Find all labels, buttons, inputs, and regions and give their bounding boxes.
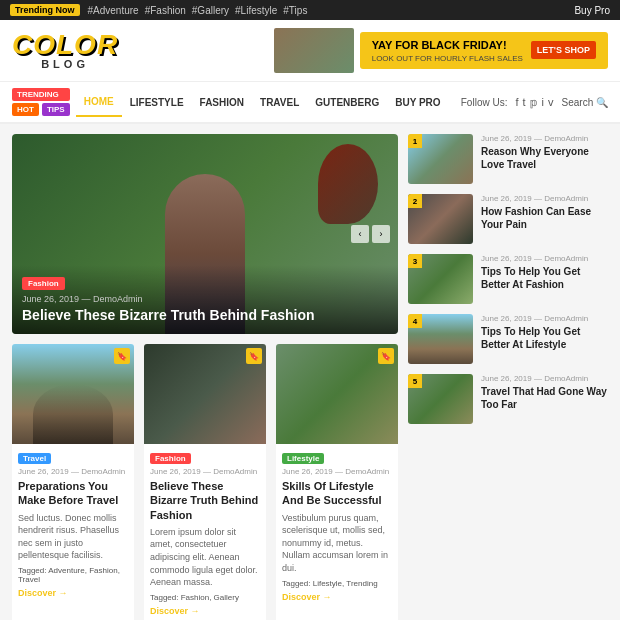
nav-gutenberg[interactable]: GUTENBERG	[307, 89, 387, 116]
nav-travel[interactable]: TRAVEL	[252, 89, 307, 116]
hero-date: June 26, 2019 — DemoAdmin	[22, 294, 388, 304]
card-3-discover[interactable]: Discover →	[282, 592, 392, 602]
card-2-title: Believe These Bizarre Truth Behind Fashi…	[150, 479, 260, 522]
sidebar-title-2[interactable]: How Fashion Can Ease Your Pain	[481, 205, 608, 231]
sidebar-date-1: June 26, 2019 — DemoAdmin	[481, 134, 608, 143]
sidebar-info-3: June 26, 2019 — DemoAdmin Tips To Help Y…	[481, 254, 608, 291]
card-1-title: Preparations You Make Before Travel	[18, 479, 128, 508]
card-2-meta: June 26, 2019 — DemoAdmin	[150, 467, 260, 476]
card-3-desc: Vestibulum purus quam, scelerisque ut, m…	[282, 512, 392, 575]
sidebar-num-3: 3	[408, 254, 422, 268]
sidebar-date-4: June 26, 2019 — DemoAdmin	[481, 314, 608, 323]
card-1-discover[interactable]: Discover →	[18, 588, 128, 598]
card-3-body: Lifestyle June 26, 2019 — DemoAdmin Skil…	[276, 444, 398, 608]
badge-hot: HOT	[12, 103, 39, 116]
hero-category-badge: Fashion	[22, 277, 65, 290]
card-3-bookmark-icon[interactable]: 🔖	[378, 348, 394, 364]
twitter-icon[interactable]: t	[523, 96, 526, 109]
content-area: ‹ › Fashion June 26, 2019 — DemoAdmin Be…	[12, 134, 398, 620]
sidebar-title-5[interactable]: Travel That Had Gone Way Too Far	[481, 385, 608, 411]
vimeo-icon[interactable]: v	[548, 96, 554, 109]
card-2-image: 🔖	[144, 344, 266, 444]
card-2-bookmark-icon[interactable]: 🔖	[246, 348, 262, 364]
social-icons: f t 𝕡 i v	[515, 96, 553, 109]
tag-tips[interactable]: #Tips	[283, 5, 307, 16]
nav-fashion[interactable]: FASHION	[192, 89, 252, 116]
search-link[interactable]: Search 🔍	[562, 97, 608, 108]
sidebar-date-5: June 26, 2019 — DemoAdmin	[481, 374, 608, 383]
follow-us-label: Follow Us:	[461, 97, 508, 108]
card-1-image: 🔖	[12, 344, 134, 444]
sidebar-num-4: 4	[408, 314, 422, 328]
logo-sub: BLOG	[12, 59, 118, 70]
logo[interactable]: COLOR BLOG	[12, 31, 118, 70]
sidebar: 1 June 26, 2019 — DemoAdmin Reason Why E…	[408, 134, 608, 620]
sidebar-date-2: June 26, 2019 — DemoAdmin	[481, 194, 608, 203]
nav-buy-pro[interactable]: BUY PRO	[387, 89, 448, 116]
nav-lifestyle[interactable]: LIFESTYLE	[122, 89, 192, 116]
card-1: 🔖 Travel June 26, 2019 — DemoAdmin Prepa…	[12, 344, 134, 620]
badge-trending: TRENDING	[12, 88, 70, 101]
card-3: 🔖 Lifestyle June 26, 2019 — DemoAdmin Sk…	[276, 344, 398, 620]
card-2-body: Fashion June 26, 2019 — DemoAdmin Believ…	[144, 444, 266, 620]
nav-links: HOME LIFESTYLE FASHION TRAVEL GUTENBERG …	[76, 88, 449, 117]
card-2-category: Fashion	[150, 453, 191, 464]
sidebar-date-3: June 26, 2019 — DemoAdmin	[481, 254, 608, 263]
sidebar-num-2: 2	[408, 194, 422, 208]
card-1-desc: Sed luctus. Donec mollis hendrerit risus…	[18, 512, 128, 562]
sidebar-title-1[interactable]: Reason Why Everyone Love Travel	[481, 145, 608, 171]
banner-title: YAY FOR BLACK FRIDAY!	[372, 38, 523, 52]
buy-pro-top-link[interactable]: Buy Pro	[574, 5, 610, 16]
sidebar-item-2: 2 June 26, 2019 — DemoAdmin How Fashion …	[408, 194, 608, 244]
nav-home[interactable]: HOME	[76, 88, 122, 117]
sidebar-title-3[interactable]: Tips To Help You Get Better At Fashion	[481, 265, 608, 291]
card-1-meta: June 26, 2019 — DemoAdmin	[18, 467, 128, 476]
sidebar-info-1: June 26, 2019 — DemoAdmin Reason Why Eve…	[481, 134, 608, 171]
sidebar-item-3: 3 June 26, 2019 — DemoAdmin Tips To Help…	[408, 254, 608, 304]
pinterest-icon[interactable]: 𝕡	[530, 96, 538, 109]
logo-text: COLOR	[12, 31, 118, 59]
tag-adventure[interactable]: #Adventure	[88, 5, 139, 16]
sidebar-info-4: June 26, 2019 — DemoAdmin Tips To Help Y…	[481, 314, 608, 351]
card-3-image: 🔖	[276, 344, 398, 444]
hero-next-button[interactable]: ›	[372, 225, 390, 243]
header-banner-image	[274, 28, 354, 73]
sidebar-thumb-2: 2	[408, 194, 473, 244]
sidebar-item-1: 1 June 26, 2019 — DemoAdmin Reason Why E…	[408, 134, 608, 184]
tag-fashion[interactable]: #Fashion	[145, 5, 186, 16]
hero-section: ‹ › Fashion June 26, 2019 — DemoAdmin Be…	[12, 134, 398, 334]
sidebar-thumb-5: 5	[408, 374, 473, 424]
card-1-category: Travel	[18, 453, 51, 464]
facebook-icon[interactable]: f	[515, 96, 518, 109]
card-3-title: Skills Of Lifestyle And Be Successful	[282, 479, 392, 508]
header: COLOR BLOG YAY FOR BLACK FRIDAY! LOOK OU…	[0, 20, 620, 82]
sidebar-thumb-1: 1	[408, 134, 473, 184]
top-bar: Trending Now #Adventure #Fashion #Galler…	[0, 0, 620, 20]
sidebar-thumb-4: 4	[408, 314, 473, 364]
banner-shop-button[interactable]: LET'S SHOP	[531, 41, 596, 59]
card-2-discover[interactable]: Discover →	[150, 606, 260, 616]
hero-prev-button[interactable]: ‹	[351, 225, 369, 243]
header-banner: YAY FOR BLACK FRIDAY! LOOK OUT FOR HOURL…	[360, 32, 608, 69]
sidebar-thumb-3: 3	[408, 254, 473, 304]
card-2-desc: Lorem ipsum dolor sit amet, consectetuer…	[150, 526, 260, 589]
hero-overlay: Fashion June 26, 2019 — DemoAdmin Believ…	[12, 265, 398, 334]
sidebar-item-4: 4 June 26, 2019 — DemoAdmin Tips To Help…	[408, 314, 608, 364]
top-bar-left: Trending Now #Adventure #Fashion #Galler…	[10, 4, 307, 16]
card-1-tags: Tagged: Adventure, Fashion, Travel	[18, 566, 128, 584]
card-2: 🔖 Fashion June 26, 2019 — DemoAdmin Beli…	[144, 344, 266, 620]
card-1-bookmark-icon[interactable]: 🔖	[114, 348, 130, 364]
badge-tips: TIPS	[42, 103, 70, 116]
card-3-tags: Tagged: Lifestyle, Trending	[282, 579, 392, 588]
card-3-meta: June 26, 2019 — DemoAdmin	[282, 467, 392, 476]
sidebar-num-5: 5	[408, 374, 422, 388]
nav-left: TRENDING HOT TIPS HOME LIFESTYLE FASHION…	[12, 82, 449, 122]
tag-lifestyle[interactable]: #Lifestyle	[235, 5, 277, 16]
tag-gallery[interactable]: #Gallery	[192, 5, 229, 16]
sidebar-title-4[interactable]: Tips To Help You Get Better At Lifestyle	[481, 325, 608, 351]
sidebar-num-1: 1	[408, 134, 422, 148]
banner-subtext: LOOK OUT FOR HOURLY FLASH SALES	[372, 54, 523, 63]
sidebar-item-5: 5 June 26, 2019 — DemoAdmin Travel That …	[408, 374, 608, 424]
instagram-icon[interactable]: i	[542, 96, 544, 109]
hero-navigation: ‹ ›	[351, 225, 390, 243]
